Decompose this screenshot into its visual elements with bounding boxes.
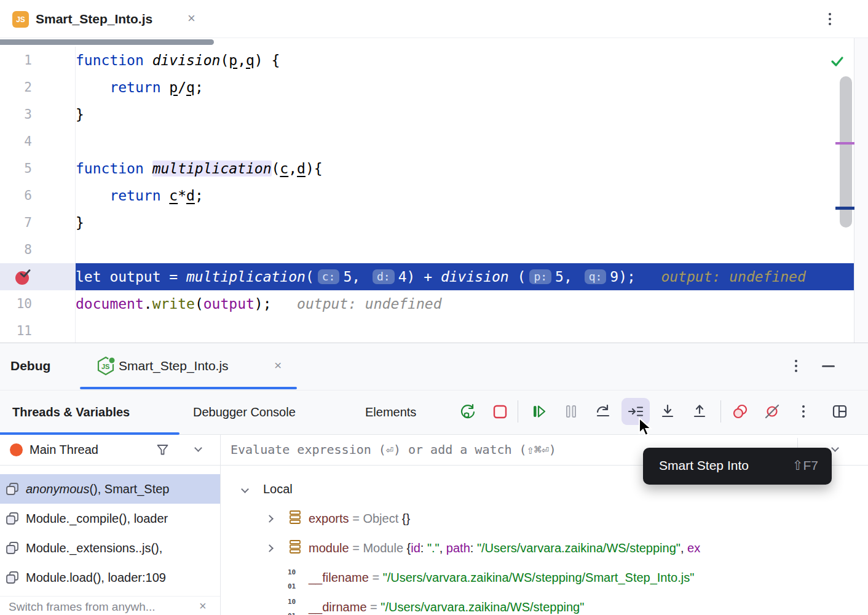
mouse-cursor-icon: [637, 417, 655, 438]
step-over-icon[interactable]: [594, 402, 612, 421]
debug-session-close-icon[interactable]: ×: [274, 343, 282, 391]
primitive-icon: 10 01: [288, 598, 296, 615]
variable-row-__dirname[interactable]: 10 01__dirname = "/Users/varvara.zaikina…: [221, 592, 868, 615]
hide-tool-window-icon[interactable]: [822, 365, 835, 367]
evaluate-history-chevron-icon[interactable]: [831, 444, 839, 452]
code-line-5[interactable]: 5function multiplication(c,d){: [0, 155, 854, 182]
tab-elements[interactable]: Elements: [365, 391, 416, 435]
inspections-ok-icon[interactable]: [830, 54, 845, 69]
frames-hint-banner: Switch frames from anywh... ×: [0, 596, 220, 615]
gutter-line-6[interactable]: 6: [0, 182, 76, 209]
debug-more-icon[interactable]: [792, 358, 800, 374]
tooltip-shortcut: ⇧F7: [792, 448, 818, 485]
js-file-icon: JS: [12, 11, 29, 28]
tree-chevron-right-icon[interactable]: [263, 516, 275, 522]
variable-row-module[interactable]: module = Module {id: ".", path: "/Users/…: [221, 533, 868, 563]
ide-window: JS Smart_Step_Into.js × 1function divisi…: [0, 0, 868, 615]
frame-row[interactable]: Module._compile(), loader: [0, 504, 220, 533]
code-line-8[interactable]: 8: [0, 236, 854, 263]
tree-chevron-down-icon[interactable]: [239, 486, 251, 492]
gutter-line-11[interactable]: 11: [0, 317, 76, 343]
tab-debugger-console[interactable]: Debugger Console: [193, 391, 296, 435]
editor-vertical-scrollbar[interactable]: [840, 76, 852, 228]
code-line-9[interactable]: let output = multiplication(c:5, d:4) + …: [0, 263, 854, 290]
debug-session-tab[interactable]: Smart_Step_Into.js: [119, 343, 229, 391]
pause-icon[interactable]: [562, 402, 580, 421]
object-icon: [288, 539, 302, 554]
nodejs-icon: JS: [96, 355, 117, 378]
editor-more-icon[interactable]: [826, 11, 834, 27]
thread-dropdown-chevron-icon[interactable]: [194, 444, 202, 452]
editor-tab-bar: JS Smart_Step_Into.js ×: [0, 0, 868, 38]
gutter-line-8[interactable]: 8: [0, 236, 76, 263]
frame-row[interactable]: Module.load(), loader:109: [0, 563, 220, 592]
scrollbar-mark-navy[interactable]: [835, 207, 854, 210]
layout-settings-icon[interactable]: [831, 402, 849, 421]
editor-pane: JS Smart_Step_Into.js × 1function divisi…: [0, 0, 868, 343]
frame-row[interactable]: Module._extensions..js(),: [0, 533, 220, 563]
filter-icon[interactable]: [156, 443, 170, 457]
frame-row[interactable]: anonymous(), Smart_Step: [0, 474, 220, 504]
tree-chevron-right-icon[interactable]: [263, 546, 275, 551]
toolbar-separator: [518, 400, 518, 423]
editor-annotation-strip: [854, 38, 868, 343]
gutter-line-1[interactable]: 1: [0, 47, 76, 74]
mute-breakpoints-icon[interactable]: [763, 402, 781, 421]
view-breakpoints-icon[interactable]: [731, 402, 749, 421]
code-line-1[interactable]: 1function division(p,q) {: [0, 47, 854, 74]
frames-list: anonymous(), Smart_StepModule._compile()…: [0, 474, 220, 595]
object-icon: [288, 510, 302, 525]
code-line-6[interactable]: 6 return c*d;: [0, 182, 854, 209]
step-out-icon[interactable]: [690, 402, 709, 421]
debug-toolbar-more-icon[interactable]: [799, 403, 808, 419]
code-line-11[interactable]: 11: [0, 317, 854, 343]
resume-icon[interactable]: [530, 402, 548, 421]
debug-header: Debug JS Smart_Step_Into.js ×: [0, 343, 868, 391]
tooltip: Smart Step Into ⇧F7: [643, 448, 832, 485]
code-lines: 1function division(p,q) {2 return p/q;3}…: [0, 47, 854, 343]
stop-icon[interactable]: [491, 402, 509, 421]
toolbar-separator: [720, 400, 721, 423]
thread-selector[interactable]: Main Thread: [30, 435, 98, 466]
editor-horizontal-scrollbar[interactable]: [0, 39, 214, 45]
variable-row-exports[interactable]: exports = Object {}: [221, 504, 868, 533]
code-line-2[interactable]: 2 return p/q;: [0, 74, 854, 101]
tab-threads-variables[interactable]: Threads & Variables: [12, 391, 130, 435]
code-line-3[interactable]: 3}: [0, 101, 854, 128]
stack-frame-icon: [5, 482, 20, 496]
code-line-10[interactable]: 10document.write(output); output: undefi…: [0, 290, 854, 317]
debug-panel-title: Debug: [10, 343, 50, 391]
evaluate-expression-input[interactable]: Evaluate expression (⏎) or add a watch (…: [231, 435, 556, 466]
frames-hint-text: Switch frames from anywh...: [9, 600, 156, 614]
stack-frame-icon: [5, 541, 20, 555]
variable-row-__filename[interactable]: 10 01__filename = "/Users/varvara.zaikin…: [221, 563, 868, 592]
scrollbar-mark-purple[interactable]: [835, 142, 854, 145]
frames-hint-close-icon[interactable]: ×: [199, 599, 207, 613]
gutter-line-2[interactable]: 2: [0, 74, 76, 101]
gutter-line-5[interactable]: 5: [0, 155, 76, 182]
step-into-icon[interactable]: [658, 402, 677, 421]
svg-text:JS: JS: [101, 363, 109, 370]
variables-tree: Localexports = Object {}module = Module …: [221, 474, 868, 615]
primitive-icon: 10 01: [288, 568, 296, 590]
code-line-4[interactable]: 4: [0, 128, 854, 155]
rerun-debug-icon[interactable]: [459, 402, 477, 421]
thread-status-icon: [10, 443, 23, 456]
code-line-7[interactable]: 7}: [0, 209, 854, 236]
gutter-line-10[interactable]: 10: [0, 290, 76, 317]
gutter-line-4[interactable]: 4: [0, 128, 76, 155]
gutter-line-3[interactable]: 3: [0, 101, 76, 128]
gutter-line-9[interactable]: [0, 263, 76, 290]
breakpoint-verified-icon[interactable]: [15, 269, 31, 285]
debug-session-active-indicator: [80, 387, 297, 389]
tooltip-label: Smart Step Into: [659, 448, 749, 485]
editor-tab-title[interactable]: Smart_Step_Into.js: [36, 0, 152, 38]
stack-frame-icon: [5, 570, 20, 585]
gutter-line-7[interactable]: 7: [0, 209, 76, 236]
editor-tab-close-icon[interactable]: ×: [187, 0, 195, 38]
stack-frame-icon: [5, 511, 20, 526]
